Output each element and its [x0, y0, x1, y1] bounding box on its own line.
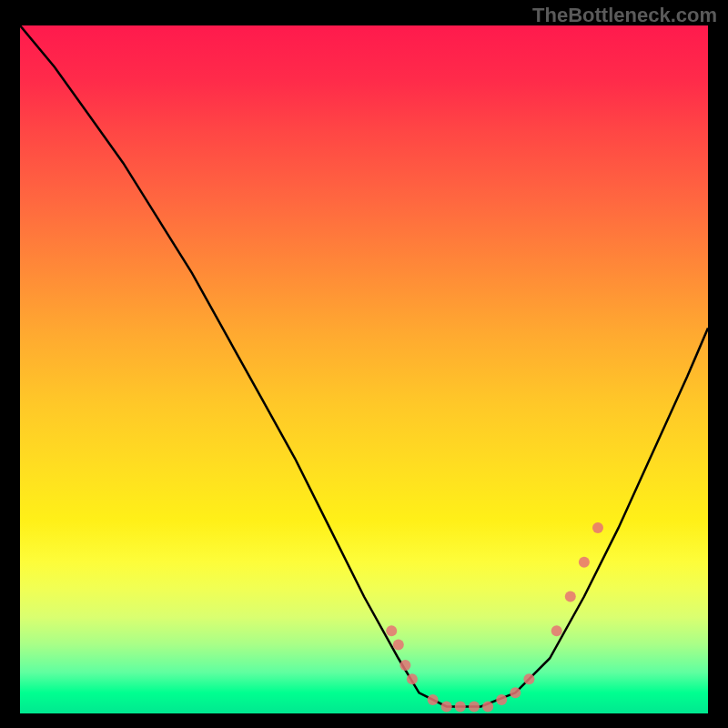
watermark-text: TheBottleneck.com [532, 4, 717, 27]
bottleneck-curve [20, 25, 708, 706]
data-points [386, 522, 603, 713]
data-point [551, 625, 562, 636]
chart-svg [20, 25, 708, 713]
data-point [469, 701, 480, 712]
data-point [428, 694, 439, 705]
data-point [510, 687, 521, 698]
data-point [386, 625, 397, 636]
data-point [523, 673, 534, 684]
data-point [565, 592, 576, 602]
data-point [407, 673, 418, 684]
data-point [496, 694, 507, 705]
data-point [455, 701, 466, 712]
data-point [482, 701, 493, 712]
data-point [393, 639, 404, 650]
data-point [441, 701, 452, 712]
data-point [579, 557, 590, 568]
data-point [399, 660, 410, 671]
data-point [592, 522, 603, 533]
